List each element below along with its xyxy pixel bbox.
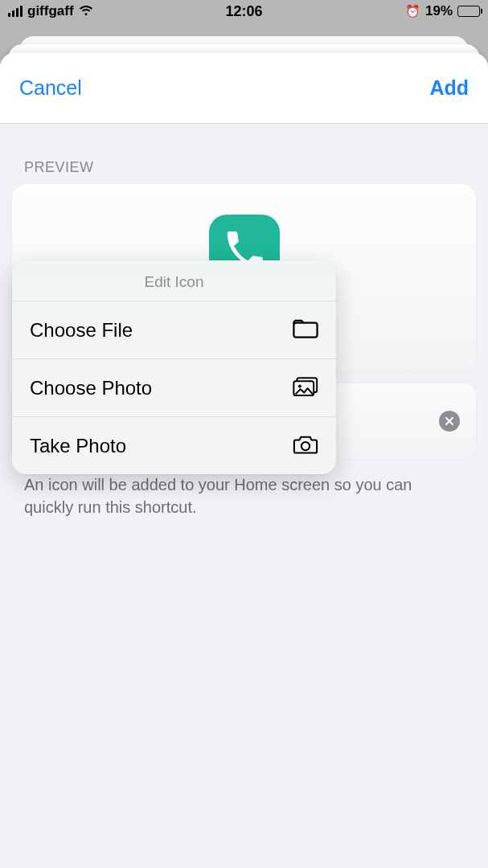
menu-item-label: Choose Photo bbox=[30, 377, 152, 399]
battery-label: 19% bbox=[425, 3, 453, 19]
nav-bar: Cancel Add bbox=[0, 53, 488, 124]
alarm-icon: ⏰ bbox=[405, 4, 420, 18]
close-icon bbox=[445, 416, 454, 426]
edit-icon-title: Edit Icon bbox=[12, 260, 336, 301]
svg-point-4 bbox=[301, 441, 310, 449]
clear-name-button[interactable] bbox=[439, 411, 460, 432]
cancel-button[interactable]: Cancel bbox=[19, 76, 82, 100]
preview-label: PREVIEW bbox=[0, 124, 488, 184]
add-button[interactable]: Add bbox=[429, 76, 469, 100]
choose-file-item[interactable]: Choose File bbox=[12, 301, 336, 358]
menu-item-label: Take Photo bbox=[30, 435, 126, 457]
folder-icon bbox=[293, 319, 318, 342]
wifi-icon bbox=[79, 6, 93, 17]
menu-item-label: Choose File bbox=[30, 319, 133, 342]
edit-icon-menu: Edit Icon Choose File Choose Photo Take … bbox=[12, 260, 336, 474]
gallery-icon bbox=[293, 377, 318, 399]
take-photo-item[interactable]: Take Photo bbox=[12, 416, 336, 474]
status-bar: giffgaff 12:06 ⏰ 19% bbox=[0, 0, 488, 23]
battery-icon bbox=[457, 6, 480, 17]
camera-icon bbox=[293, 435, 318, 457]
carrier-label: giffgaff bbox=[27, 3, 74, 19]
add-to-home-sheet: Cancel Add PREVIEW An icon will be added… bbox=[0, 53, 488, 868]
cell-signal-icon bbox=[8, 6, 23, 17]
svg-rect-0 bbox=[293, 322, 317, 337]
choose-photo-item[interactable]: Choose Photo bbox=[12, 358, 336, 416]
svg-point-3 bbox=[298, 384, 301, 387]
